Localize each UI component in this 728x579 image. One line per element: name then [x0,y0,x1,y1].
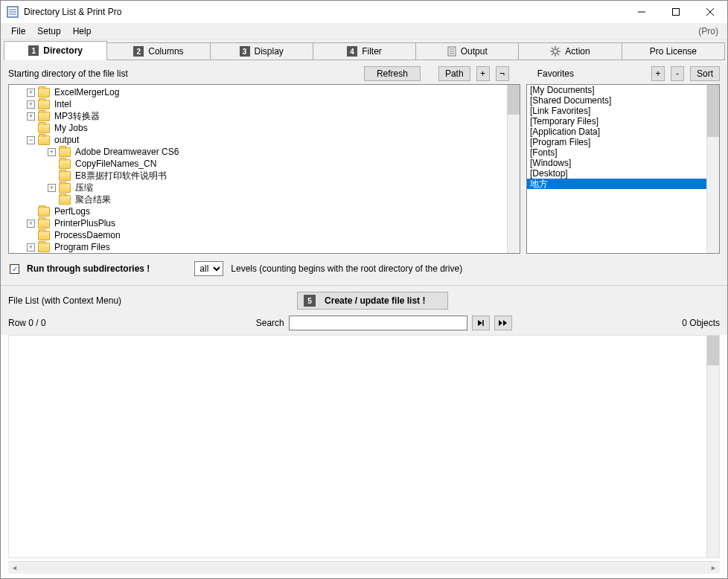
tab-label: Action [565,46,590,57]
favorite-item[interactable]: [Shared Documents] [527,95,706,106]
tree-node[interactable]: CopyFileNames_CN [9,158,507,170]
path-neg-button[interactable]: ¬ [496,66,509,81]
favorite-item[interactable]: [Desktop] [527,168,706,179]
tree-label: My Jobs [53,123,89,133]
tabstrip: 1Directory2Columns3Display4FilterOutputA… [1,39,727,60]
tree-label: Intel [53,99,73,109]
tree-expander[interactable]: + [27,112,35,121]
tree-node[interactable]: +MP3转换器 [9,110,507,122]
tab-action[interactable]: Action [518,42,622,60]
folder-icon [38,88,50,97]
path-add-button[interactable]: + [476,66,490,81]
favorites-list[interactable]: [My Documents][Shared Documents][Link Fa… [526,84,720,254]
menu-setup[interactable]: Setup [31,25,66,38]
search-next-all-button[interactable] [494,316,512,330]
tree-node[interactable]: 聚合结果 [9,193,507,205]
tree-node[interactable]: +Program Files [9,241,507,253]
tree-node[interactable]: −output [9,134,507,146]
svg-rect-5 [673,9,680,16]
levels-suffix: Levels (counting begins with the root di… [231,263,462,274]
fav-scrollbar[interactable] [706,85,719,253]
favorite-item[interactable]: [Application Data] [527,127,706,137]
tree-node[interactable]: PerfLogs [9,205,507,217]
run-subdirs-checkbox[interactable]: ✓ [10,264,19,274]
tab-display[interactable]: 3Display [210,42,313,60]
folder-icon [38,219,50,228]
filelist-vscrollbar[interactable] [706,336,719,557]
app-icon [7,6,19,18]
fav-sort-button[interactable]: Sort [690,66,720,81]
svg-marker-23 [499,320,502,326]
maximize-button[interactable] [659,1,693,23]
path-button[interactable]: Path [438,66,470,81]
tree-expander-none [27,208,35,216]
favorite-item[interactable]: [Windows] [527,158,706,168]
tree-node[interactable]: +ExcelMergerLog [9,86,507,98]
favorites-label: Favorites [537,68,574,79]
svg-line-20 [552,54,553,55]
tree-expander-none [48,160,56,168]
search-input[interactable] [289,316,467,330]
tab-number-badge: 2 [133,46,144,57]
menu-file[interactable]: File [5,25,31,38]
tree-node[interactable]: +PrinterPlusPlus [9,217,507,229]
minimize-button[interactable] [625,1,659,23]
tree-expander[interactable]: + [27,89,35,97]
folder-icon [38,100,50,109]
tree-node[interactable]: +Intel [9,98,507,110]
favorite-item[interactable]: [Fonts] [527,147,706,158]
tab-columns[interactable]: 2Columns [106,42,210,60]
tab-output[interactable]: Output [415,42,519,60]
tree-node[interactable]: E8票据打印软件说明书 [9,170,507,182]
tree-label: MP3转换器 [53,110,101,123]
svg-line-18 [558,54,559,55]
refresh-button[interactable]: Refresh [364,66,421,81]
filelist-area[interactable] [8,335,720,558]
filelist-hscrollbar[interactable]: ◄► [8,561,720,574]
favorite-item[interactable]: [Program Files] [527,137,706,147]
document-icon [447,46,456,57]
tree-expander[interactable]: + [27,243,35,252]
tree-expander[interactable]: + [48,148,56,156]
tree-scrollbar[interactable] [507,85,520,253]
search-next-button[interactable] [472,316,490,330]
tree-label: CopyFileNames_CN [74,159,158,169]
tree-node[interactable]: +Adobe Dreamweaver CS6 [9,146,507,158]
tree-expander[interactable]: + [27,100,35,109]
close-button[interactable] [693,1,727,23]
tree-expander[interactable]: + [48,184,56,192]
tab-number-badge: 3 [240,46,250,57]
create-update-button[interactable]: 5 Create / update file list ! [297,292,448,310]
tree-expander[interactable]: + [27,220,35,228]
objects-count: 0 Objects [682,318,720,328]
tree-expander-none [48,196,56,204]
tree-node[interactable]: ProcessDaemon [9,229,507,241]
tab-directory[interactable]: 1Directory [4,41,107,60]
tab-label: Output [461,46,488,57]
tree-label: 压缩 [74,182,95,194]
menu-help[interactable]: Help [67,25,98,38]
favorite-item[interactable]: [Link Favorites] [527,106,706,116]
window-title: Directory List & Print Pro [24,7,121,17]
step-5-badge: 5 [304,295,316,307]
starting-directory-label: Starting directory of the file list [8,68,128,79]
directory-tree[interactable]: +ExcelMergerLog+Intel+MP3转换器My Jobs−outp… [8,84,520,254]
titlebar: Directory List & Print Pro [1,1,727,23]
tab-pro-license[interactable]: Pro License [622,42,725,60]
tab-label: Filter [362,46,382,57]
filelist-context-label: File List (with Context Menu) [8,295,121,306]
tree-node[interactable]: +压缩 [9,182,507,193]
tree-node[interactable]: My Jobs [9,122,507,134]
favorite-item[interactable]: [My Documents] [527,85,706,95]
tree-expander[interactable]: − [27,136,35,144]
favorite-item[interactable]: [Temporary Files] [527,116,706,127]
tree-label: E8票据打印软件说明书 [74,170,168,182]
svg-marker-24 [503,320,507,326]
fav-remove-button[interactable]: - [671,66,684,81]
favorite-item[interactable]: 地方 [527,179,706,189]
tab-filter[interactable]: 4Filter [313,42,416,60]
tab-number-badge: 4 [347,46,357,57]
levels-select[interactable]: all [194,261,223,276]
fav-add-button[interactable]: + [651,66,665,81]
svg-marker-21 [478,320,482,326]
